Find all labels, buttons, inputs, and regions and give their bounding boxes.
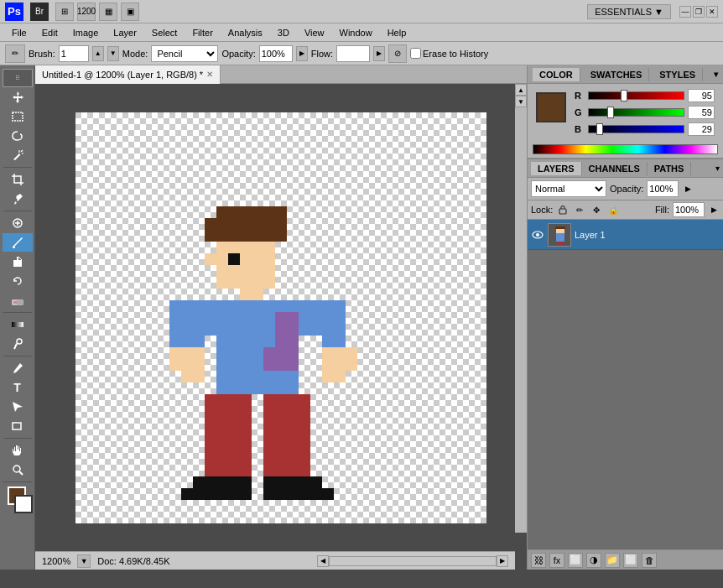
scroll-down-btn[interactable]: ▼ — [515, 96, 527, 107]
tool-preset-picker[interactable]: ✏ — [5, 44, 25, 63]
erase-to-history-checkbox[interactable] — [410, 48, 421, 59]
brush-size-down[interactable]: ▼ — [107, 46, 119, 61]
zoom-menu-btn[interactable]: ▼ — [77, 554, 91, 568]
delete-layer-btn[interactable]: 🗑 — [642, 553, 657, 568]
brush-tool[interactable] — [3, 233, 33, 252]
arrange-docs-btn[interactable]: ▦ — [99, 3, 117, 21]
opacity-input[interactable] — [259, 45, 293, 62]
menu-edit[interactable]: Edit — [35, 26, 65, 39]
b-slider-thumb[interactable] — [596, 123, 603, 135]
opacity-increase-btn[interactable]: ▶ — [682, 183, 694, 195]
dodge-tool[interactable] — [3, 335, 33, 353]
clone-stamp-tool[interactable] — [3, 252, 33, 271]
blend-mode-select[interactable]: Normal Dissolve Multiply Screen — [531, 180, 606, 197]
tab-swatches[interactable]: SWATCHES — [584, 68, 650, 81]
menu-layer[interactable]: Layer — [107, 26, 143, 39]
color-swatch[interactable] — [536, 92, 566, 122]
new-adjustment-btn[interactable]: ◑ — [586, 553, 601, 568]
document-tab-1[interactable]: Untitled-1 @ 1200% (Layer 1, RGB/8) * ✕ — [35, 65, 221, 84]
opacity-value-input[interactable] — [647, 180, 679, 197]
lock-label: Lock: — [531, 205, 553, 215]
opacity-increase-btn[interactable]: ▶ — [296, 46, 308, 61]
color-panel-collapse[interactable]: ▾ — [714, 70, 718, 79]
close-btn[interactable]: ✕ — [706, 6, 718, 18]
g-slider-thumb[interactable] — [607, 107, 614, 118]
canvas-container[interactable] — [75, 112, 486, 523]
marquee-rect-tool[interactable] — [3, 107, 33, 126]
scroll-right-btn[interactable]: ▶ — [497, 555, 508, 567]
layer-item-1[interactable]: Layer 1 — [528, 220, 723, 250]
screen-mode-btn[interactable]: ▣ — [121, 3, 139, 21]
path-select-tool[interactable] — [3, 398, 33, 416]
lock-position-btn[interactable]: ✥ — [590, 203, 603, 216]
eraser-tool[interactable] — [3, 291, 33, 310]
hand-tool[interactable] — [3, 441, 33, 460]
menu-help[interactable]: Help — [381, 26, 414, 39]
pen-tool[interactable] — [3, 359, 33, 377]
b-slider-track[interactable] — [588, 125, 684, 133]
r-value-input[interactable] — [688, 89, 715, 102]
menu-file[interactable]: File — [5, 26, 34, 39]
airbrush-btn[interactable]: ⊘ — [388, 44, 407, 63]
essentials-btn[interactable]: ESSENTIALS ▼ — [587, 4, 671, 19]
tab-styles[interactable]: STYLES — [653, 68, 703, 81]
brush-size-input[interactable] — [59, 45, 89, 62]
fill-increase-btn[interactable]: ▶ — [708, 204, 720, 216]
shape-tool[interactable] — [3, 417, 33, 435]
fill-value-input[interactable] — [673, 202, 705, 217]
menu-view[interactable]: View — [298, 26, 331, 39]
tab-layers[interactable]: LAYERS — [531, 162, 582, 175]
layer-mask-btn[interactable]: ⬜ — [568, 553, 583, 568]
lock-all-btn[interactable]: 🔒 — [606, 203, 620, 216]
r-slider-track[interactable] — [588, 91, 684, 100]
eyedropper-tool[interactable] — [3, 190, 33, 208]
lasso-tool[interactable] — [3, 127, 33, 145]
g-value-input[interactable] — [688, 106, 715, 119]
lock-transparent-btn[interactable] — [556, 203, 570, 216]
menu-image[interactable]: Image — [66, 26, 106, 39]
mode-select[interactable]: Pencil Normal Dissolve — [151, 45, 218, 62]
crop-tool[interactable] — [3, 170, 33, 189]
brush-size-up[interactable]: ▲ — [92, 46, 104, 61]
mini-bridge-btn[interactable]: ⊞ — [55, 3, 74, 21]
minimize-btn[interactable]: — — [679, 6, 691, 18]
b-value-input[interactable] — [688, 122, 715, 136]
menu-analysis[interactable]: Analysis — [221, 26, 269, 39]
erase-to-history-label[interactable]: Erase to History — [410, 48, 488, 59]
zoom-tool[interactable] — [3, 461, 33, 479]
healing-brush-tool[interactable] — [3, 214, 33, 232]
lock-image-btn[interactable]: ✏ — [573, 203, 586, 216]
layer-fx-btn[interactable]: fx — [549, 553, 564, 568]
g-slider-track[interactable] — [588, 108, 684, 117]
tab-color[interactable]: COLOR — [533, 68, 580, 81]
bridge-logo[interactable]: Br — [30, 3, 49, 21]
text-tool[interactable]: T — [3, 378, 33, 397]
menu-3d[interactable]: 3D — [271, 26, 296, 39]
flow-input[interactable] — [336, 45, 370, 62]
scroll-track[interactable] — [329, 556, 497, 566]
tab-paths[interactable]: PATHS — [648, 162, 692, 175]
scroll-left-btn[interactable]: ◀ — [317, 555, 329, 567]
history-brush-tool[interactable] — [3, 272, 33, 290]
menu-select[interactable]: Select — [145, 26, 185, 39]
new-group-btn[interactable]: 📁 — [605, 553, 620, 568]
restore-btn[interactable]: ❐ — [693, 6, 705, 18]
background-color[interactable] — [14, 495, 33, 513]
zoom-display[interactable]: 1200 — [77, 3, 96, 21]
scroll-up-btn[interactable]: ▲ — [515, 84, 527, 96]
gradient-tool[interactable] — [3, 315, 33, 334]
vertical-scrollbar[interactable]: ▲ ▼ — [515, 84, 527, 533]
layer-link-btn[interactable]: ⛓ — [531, 553, 546, 568]
magic-wand-tool[interactable] — [3, 146, 33, 164]
move-tool[interactable] — [3, 88, 33, 107]
layer-visibility-toggle[interactable] — [531, 228, 544, 242]
flow-increase-btn[interactable]: ▶ — [373, 46, 385, 61]
color-spectrum-bar[interactable] — [533, 144, 718, 154]
new-layer-btn[interactable]: ⬜ — [623, 553, 638, 568]
menu-window[interactable]: Window — [333, 26, 379, 39]
r-slider-thumb[interactable] — [621, 90, 627, 101]
menu-filter[interactable]: Filter — [185, 26, 219, 39]
layers-panel-menu[interactable]: ▾ — [715, 164, 720, 173]
tab-close-btn[interactable]: ✕ — [206, 70, 213, 79]
tab-channels[interactable]: CHANNELS — [582, 162, 648, 175]
